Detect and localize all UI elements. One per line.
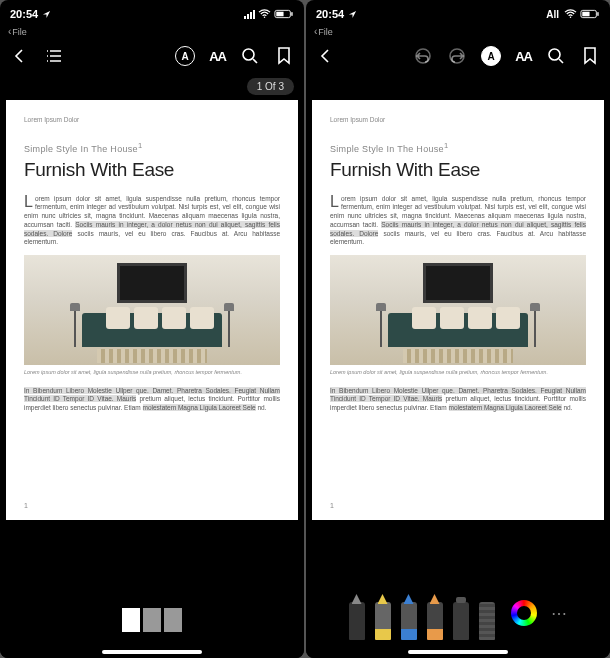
more-icon[interactable]: ⋯ <box>551 604 568 623</box>
document-viewport[interactable]: Lorem Ipsum Dolor Simple Style In The Ho… <box>312 100 604 578</box>
wifi-icon <box>258 9 271 19</box>
signal-icon <box>244 10 255 19</box>
svg-rect-3 <box>291 12 292 16</box>
pen-eraser[interactable] <box>453 602 469 640</box>
page-thumbnails[interactable] <box>122 608 182 632</box>
svg-rect-2 <box>276 12 283 17</box>
pen-fine[interactable] <box>349 602 365 640</box>
page-counter: 1 Of 3 <box>247 78 294 95</box>
redo-icon[interactable] <box>447 46 467 66</box>
doc-title: Furnish With Ease <box>330 157 586 183</box>
doc-subtitle: Simple Style In The House1 <box>24 141 280 155</box>
svg-point-0 <box>264 17 265 18</box>
drawing-toolbar: ⋯ <box>306 586 610 640</box>
appearance-label: A <box>488 51 495 62</box>
phone-right: 20:54 All File A AA Lorem Ipsum Dolor Si… <box>306 0 610 658</box>
status-bar: 20:54 <box>0 0 304 24</box>
back-icon[interactable] <box>316 46 336 66</box>
doc-image <box>330 255 586 365</box>
doc-body-1: Lorem ipsum dolor sit amet, ligula suspe… <box>24 195 280 248</box>
status-time: 20:54 <box>10 8 38 20</box>
status-time: 20:54 <box>316 8 344 20</box>
bookmark-icon[interactable] <box>274 46 294 66</box>
document-page: Lorem Ipsum Dolor Simple Style In The Ho… <box>312 100 604 520</box>
appearance-icon[interactable]: A <box>175 46 195 66</box>
text-size-button[interactable]: AA <box>209 49 226 64</box>
doc-caption: Lorem ipsum dolor sit amet, ligula suspe… <box>330 369 586 376</box>
doc-image <box>24 255 280 365</box>
bottom-bar-drawtools: ⋯ <box>306 578 610 658</box>
doc-body-2: In Bibendum Libero Molestie Ullper que. … <box>24 387 280 413</box>
file-tab[interactable]: File <box>306 24 610 39</box>
doc-caption: Lorem ipsum dolor sit amet, ligula suspe… <box>24 369 280 376</box>
search-icon[interactable] <box>240 46 260 66</box>
status-bar: 20:54 All <box>306 0 610 24</box>
svg-point-5 <box>570 17 571 18</box>
wifi-icon <box>564 9 577 19</box>
network-label: All <box>546 9 559 20</box>
svg-point-4 <box>243 49 254 60</box>
doc-header: Lorem Ipsum Dolor <box>330 116 586 125</box>
svg-rect-8 <box>597 12 598 16</box>
thumb-3[interactable] <box>164 608 182 632</box>
doc-body-1: Lorem ipsum dolor sit amet, ligula suspe… <box>330 195 586 248</box>
doc-page-number: 1 <box>330 501 334 510</box>
search-icon[interactable] <box>546 46 566 66</box>
toolbar-right: A AA <box>306 39 610 73</box>
toolbar-left: A AA <box>0 39 304 73</box>
doc-title: Furnish With Ease <box>24 157 280 183</box>
color-picker[interactable] <box>511 600 537 626</box>
svg-rect-7 <box>582 12 589 17</box>
battery-icon <box>274 9 294 19</box>
svg-point-11 <box>549 49 560 60</box>
text-size-button[interactable]: AA <box>515 49 532 64</box>
thumb-1[interactable] <box>122 608 140 632</box>
undo-icon[interactable] <box>413 46 433 66</box>
list-icon[interactable] <box>44 46 64 66</box>
appearance-icon[interactable]: A <box>481 46 501 66</box>
pen-highlighter[interactable] <box>375 602 391 640</box>
document-page: Lorem Ipsum Dolor Simple Style In The Ho… <box>6 100 298 520</box>
bookmark-icon[interactable] <box>580 46 600 66</box>
doc-header: Lorem Ipsum Dolor <box>24 116 280 125</box>
doc-body-2: In Bibendum Libero Molestie Ullper que. … <box>330 387 586 413</box>
bottom-bar-thumbs <box>0 578 304 658</box>
home-indicator[interactable] <box>102 650 202 654</box>
battery-icon <box>580 9 600 19</box>
pen-ruler[interactable] <box>479 602 495 640</box>
doc-page-number: 1 <box>24 501 28 510</box>
pen-blue[interactable] <box>401 602 417 640</box>
phone-left: 20:54 File A AA 1 Of 3 Lorem Ipsum Dolor… <box>0 0 304 658</box>
thumb-2[interactable] <box>143 608 161 632</box>
pen-pencil[interactable] <box>427 602 443 640</box>
doc-subtitle: Simple Style In The House1 <box>330 141 586 155</box>
document-viewport[interactable]: Lorem Ipsum Dolor Simple Style In The Ho… <box>6 100 298 578</box>
appearance-label: A <box>182 51 189 62</box>
location-icon <box>42 10 51 19</box>
back-icon[interactable] <box>10 46 30 66</box>
file-tab[interactable]: File <box>0 24 304 39</box>
home-indicator[interactable] <box>408 650 508 654</box>
location-icon <box>348 10 357 19</box>
